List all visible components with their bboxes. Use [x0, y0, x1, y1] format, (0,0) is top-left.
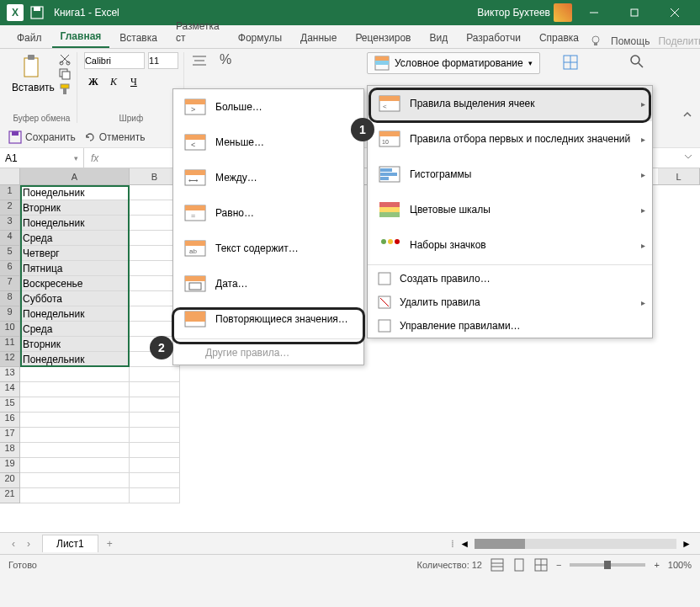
row-header[interactable]: 4 [0, 231, 20, 246]
row-header[interactable]: 14 [0, 382, 20, 397]
row-header[interactable]: 16 [0, 413, 20, 428]
tab-insert[interactable]: Вставка [111, 28, 166, 48]
minimize-button[interactable] [575, 0, 612, 25]
cell[interactable]: Четверг [20, 246, 130, 261]
italic-button[interactable]: К [104, 72, 123, 91]
cell[interactable]: Понедельник [20, 185, 130, 200]
menu-highlight-rules[interactable]: < Правила выделения ячеек ▸ [368, 86, 652, 121]
cell[interactable]: Понедельник [20, 216, 130, 231]
cell[interactable]: Понедельник [20, 306, 130, 322]
view-page-icon[interactable] [512, 558, 526, 572]
cell[interactable] [130, 397, 180, 413]
tab-layout[interactable]: Разметка ст [167, 16, 228, 48]
cell[interactable]: Понедельник [20, 352, 130, 367]
zoom-level[interactable]: 100% [668, 560, 692, 570]
save-button[interactable]: Сохранить [8, 130, 76, 144]
cell[interactable] [130, 382, 180, 397]
cell[interactable]: Среда [20, 322, 130, 337]
cell[interactable] [130, 488, 180, 503]
maximize-button[interactable] [616, 0, 653, 25]
view-break-icon[interactable] [534, 558, 548, 572]
font-select[interactable] [84, 52, 145, 69]
cell[interactable] [20, 458, 130, 473]
row-header[interactable]: 8 [0, 291, 20, 306]
row-header[interactable]: 15 [0, 397, 20, 413]
font-size-select[interactable] [148, 52, 178, 69]
cell[interactable]: Среда [20, 231, 130, 246]
format-painter-icon[interactable] [58, 83, 72, 96]
sheet-next-button[interactable]: › [22, 538, 35, 550]
avatar[interactable] [554, 3, 572, 22]
row-header[interactable]: 5 [0, 246, 20, 261]
cell[interactable] [130, 413, 180, 428]
column-header[interactable]: A [20, 168, 130, 184]
cell[interactable] [20, 473, 130, 488]
menu-icon-sets[interactable]: Наборы значков ▸ [368, 227, 652, 263]
row-header[interactable]: 18 [0, 443, 20, 458]
tab-formulas[interactable]: Формулы [230, 28, 290, 48]
row-header[interactable]: 21 [0, 488, 20, 503]
menu-less-than[interactable]: < Меньше… [173, 125, 363, 160]
zoom-slider[interactable] [570, 563, 645, 567]
underline-button[interactable]: Ч [125, 72, 143, 91]
row-header[interactable]: 20 [0, 473, 20, 488]
tab-view[interactable]: Вид [422, 28, 457, 48]
cell[interactable] [130, 458, 180, 473]
menu-clear-rules[interactable]: Удалить правила ▸ [368, 290, 652, 314]
menu-data-bars[interactable]: Гистограммы ▸ [368, 157, 652, 192]
cell[interactable] [20, 443, 130, 458]
row-header[interactable]: 7 [0, 276, 20, 291]
cut-icon[interactable] [58, 52, 72, 66]
sheet-tab[interactable]: Лист1 [42, 535, 98, 552]
cells-icon[interactable] [562, 54, 579, 71]
cell[interactable] [20, 382, 130, 397]
bold-button[interactable]: Ж [84, 72, 103, 91]
menu-more-rules[interactable]: Другие правила… [173, 341, 363, 365]
row-header[interactable]: 11 [0, 337, 20, 352]
undo-button[interactable]: Отменить [82, 130, 146, 144]
autosave-icon[interactable] [30, 6, 44, 19]
menu-new-rule[interactable]: Создать правило… [368, 267, 652, 290]
menu-equal-to[interactable]: = Равно… [173, 195, 363, 231]
row-header[interactable]: 1 [0, 185, 20, 200]
tell-me-button[interactable]: Помощь [611, 35, 650, 47]
menu-date-occurring[interactable]: Дата… [173, 266, 363, 301]
share-button[interactable]: Поделиться [658, 35, 700, 47]
user-name[interactable]: Виктор Бухтеев [477, 7, 550, 19]
row-header[interactable]: 12 [0, 352, 20, 367]
collapse-ribbon-button[interactable] [681, 109, 693, 123]
row-header[interactable]: 2 [0, 200, 20, 216]
menu-color-scales[interactable]: Цветовые шкалы ▸ [368, 192, 652, 227]
cell[interactable] [130, 473, 180, 488]
copy-icon[interactable] [58, 67, 72, 81]
cell[interactable]: Пятница [20, 261, 130, 276]
cell[interactable] [20, 367, 130, 382]
cell[interactable] [130, 443, 180, 458]
sheet-prev-button[interactable]: ‹ [7, 538, 20, 550]
cell[interactable]: Вторник [20, 200, 130, 216]
tab-help[interactable]: Справка [531, 28, 587, 48]
scroll-left-button[interactable]: ◄ [459, 538, 469, 550]
search-icon[interactable] [629, 54, 644, 69]
menu-text-contains[interactable]: ab Текст содержит… [173, 231, 363, 266]
menu-greater-than[interactable]: > Больше… [173, 89, 363, 125]
name-box[interactable]: A1 ▾ [0, 148, 84, 168]
menu-between[interactable]: ⟷ Между… [173, 160, 363, 195]
cell[interactable] [20, 428, 130, 443]
close-button[interactable] [656, 0, 693, 25]
cell[interactable]: Воскресенье [20, 276, 130, 291]
menu-top-bottom-rules[interactable]: 10 Правила отбора первых и последних зна… [368, 121, 652, 157]
row-header[interactable]: 13 [0, 367, 20, 382]
zoom-in-button[interactable]: + [654, 560, 659, 570]
menu-duplicate-values[interactable]: Повторяющиеся значения… [173, 301, 363, 337]
tab-home[interactable]: Главная [52, 26, 110, 48]
zoom-out-button[interactable]: − [556, 560, 561, 570]
row-header[interactable]: 9 [0, 306, 20, 322]
expand-formula-bar-button[interactable] [683, 152, 693, 164]
paste-button[interactable]: Вставить [12, 55, 55, 93]
row-header[interactable]: 10 [0, 322, 20, 337]
menu-manage-rules[interactable]: Управление правилами… [368, 314, 652, 338]
row-header[interactable]: 17 [0, 428, 20, 443]
percent-button[interactable]: % [220, 52, 231, 67]
column-header[interactable]: L [658, 168, 700, 184]
